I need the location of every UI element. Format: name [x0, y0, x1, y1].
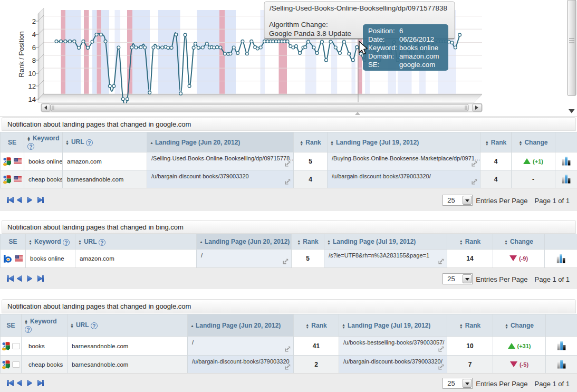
svg-text:12: 12 [28, 82, 36, 90]
svg-text:books online: books online [399, 44, 438, 52]
svg-text:10: 10 [28, 70, 36, 78]
svg-text:Rank / Position: Rank / Position [17, 31, 25, 77]
svg-text:Date:: Date: [368, 35, 385, 43]
svg-text:6: 6 [32, 44, 36, 52]
svg-text:6: 6 [399, 27, 403, 35]
svg-text:2: 2 [32, 17, 36, 25]
svg-text:Position:: Position: [368, 27, 395, 35]
svg-text:/Selling-Used-Books-Online-Boo: /Selling-Used-Books-Online-Bookselling/d… [270, 4, 447, 12]
svg-text:Algorithm Change:: Algorithm Change: [269, 21, 328, 28]
svg-text:14: 14 [28, 95, 36, 103]
svg-text:Keyword:: Keyword: [368, 44, 397, 52]
svg-text:Google Panda 3.8 Update: Google Panda 3.8 Update [269, 30, 351, 37]
svg-text:06/26/2012: 06/26/2012 [399, 35, 434, 43]
svg-text:google.com: google.com [399, 61, 435, 69]
svg-text:8: 8 [32, 56, 36, 64]
svg-text:SE:: SE: [368, 61, 379, 69]
svg-text:amazon.com: amazon.com [399, 52, 439, 60]
svg-text:Domain:: Domain: [368, 52, 394, 60]
svg-text:4: 4 [32, 31, 36, 39]
